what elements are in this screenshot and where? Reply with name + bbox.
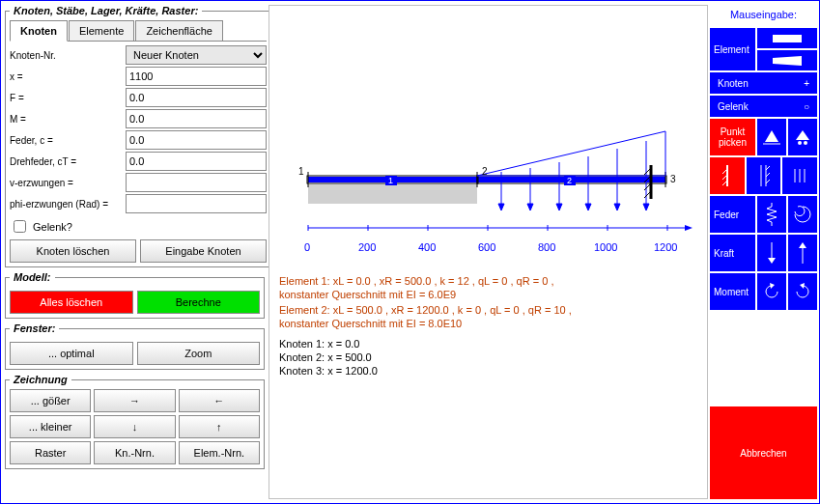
btn-raster[interactable]: Raster (10, 441, 91, 464)
svg-point-42 (798, 141, 802, 145)
svg-marker-59 (799, 242, 806, 248)
svg-marker-16 (585, 204, 591, 210)
input-phi[interactable] (126, 194, 267, 213)
palette-moment-cw[interactable] (788, 273, 817, 310)
btn-clear-all[interactable]: Alles löschen (10, 291, 133, 314)
force-down-icon (766, 242, 778, 264)
spring-icon (765, 203, 778, 226)
svg-line-51 (766, 173, 770, 177)
label-m: M = (10, 114, 126, 125)
palette-knoten[interactable]: Knoten + (710, 72, 817, 94)
palette-moment-ccw[interactable] (757, 273, 786, 310)
node-label-1: 1 (298, 166, 304, 177)
btn-zoom[interactable]: Zoom (137, 342, 261, 365)
arrow-up-icon: ↑ (216, 421, 222, 433)
panel-fenster-legend: Fenster: (10, 322, 59, 334)
tab-zeichen[interactable]: Zeichenfläche (135, 20, 223, 41)
tab-knoten[interactable]: Knoten (10, 20, 68, 42)
input-feder[interactable] (126, 130, 267, 150)
right-palette: Mauseingabe: Element Knoten + Gelenk ○ (708, 1, 819, 503)
arrow-down-icon: ↓ (132, 421, 138, 433)
palette-element-const[interactable] (757, 28, 817, 48)
btn-optimal[interactable]: ... optimal (10, 342, 133, 365)
input-verz[interactable] (126, 173, 267, 192)
svg-marker-60 (770, 283, 775, 289)
btn-smaller[interactable]: ... kleiner (10, 415, 91, 438)
btn-abbrechen[interactable]: Abbrechen (710, 406, 817, 499)
svg-rect-0 (308, 184, 477, 204)
canvas-area[interactable]: 1 2 3 1 2 0 200 400 600 800 1000 (269, 5, 708, 499)
tick-2: 400 (418, 241, 436, 253)
btn-knnrn[interactable]: Kn.-Nrn. (94, 441, 175, 464)
tick-5: 1000 (594, 241, 617, 253)
right-title: Mauseingabe: (710, 5, 817, 26)
label-x: x = (10, 71, 126, 82)
palette-force-up[interactable] (788, 235, 817, 271)
elem1-line2: konstanter Querschnitt mit EI = 6.0E9 (279, 288, 456, 302)
svg-marker-14 (556, 204, 562, 210)
select-knoten-nr[interactable]: Neuer Knoten (126, 45, 267, 65)
kn2: Knoten 2: x = 500.0 (279, 351, 372, 363)
panel-fenster: Fenster: ... optimal Zoom (5, 322, 265, 370)
svg-marker-57 (768, 258, 776, 264)
moment-ccw-icon (762, 282, 781, 301)
btn-calculate[interactable]: Berechne (137, 291, 261, 314)
palette-support-fixed[interactable] (710, 157, 745, 194)
input-m[interactable] (126, 109, 267, 128)
palette-support-guided[interactable] (782, 157, 817, 194)
palette-element-label: Element (710, 28, 755, 70)
beam-const-icon (773, 35, 802, 42)
panel-modell: Modell: Alles löschen Berechne (5, 271, 265, 319)
btn-bigger[interactable]: ... gößer (10, 389, 91, 412)
palette-moment-label: Moment (710, 273, 755, 310)
label-f: F = (10, 93, 126, 103)
svg-point-43 (804, 141, 807, 145)
svg-marker-10 (498, 204, 504, 210)
tab-elemente[interactable]: Elemente (69, 20, 134, 41)
elem2-line1: Element 2: xL = 500.0 , xR = 1200.0 , k … (279, 303, 572, 318)
btn-elnrn[interactable]: Elem.-Nrn. (179, 441, 260, 464)
input-f[interactable] (126, 88, 267, 107)
label-drehfeder: Drehfeder, cT = (10, 156, 126, 167)
btn-delete-knoten[interactable]: Knoten löschen (10, 239, 136, 263)
palette-gelenk[interactable]: Gelenk ○ (710, 96, 817, 117)
tick-3: 600 (478, 241, 495, 253)
palette-support-pin[interactable] (757, 119, 786, 155)
svg-line-52 (766, 180, 770, 183)
tick-1: 200 (358, 241, 376, 253)
checkbox-gelenk[interactable] (14, 220, 26, 233)
btn-left[interactable]: ← (179, 389, 260, 412)
pin-support-icon (763, 128, 780, 146)
fixed-support-icon (721, 165, 734, 186)
panel-zeichnung-legend: Zeichnung (10, 374, 71, 385)
btn-right[interactable]: → (94, 389, 175, 412)
btn-down[interactable]: ↓ (94, 415, 175, 438)
palette-element-taper[interactable] (757, 50, 817, 70)
palette-kraft-label: Kraft (710, 235, 755, 271)
panel-modell-legend: Modell: (10, 271, 55, 283)
label-phi: phi-erzwungen (Rad) = (10, 199, 126, 210)
svg-marker-39 (765, 130, 778, 142)
svg-marker-12 (527, 204, 533, 210)
palette-support-slide[interactable] (747, 157, 781, 194)
palette-spring-vert[interactable] (757, 196, 786, 233)
svg-marker-8 (477, 131, 665, 176)
beam-label-1: 1 (388, 176, 393, 185)
arrow-right-icon: → (129, 395, 140, 406)
svg-marker-29 (685, 225, 693, 231)
beam-taper-icon (773, 56, 802, 66)
input-x[interactable] (126, 67, 267, 86)
palette-force-down[interactable] (757, 235, 786, 271)
slide-support-icon (757, 165, 771, 186)
label-knoten-nr: Knoten-Nr. (10, 50, 126, 61)
palette-punkt-label: Punkt picken (710, 119, 755, 155)
btn-input-knoten[interactable]: Eingabe Knoten (140, 239, 267, 263)
btn-up[interactable]: ↑ (179, 415, 260, 438)
svg-marker-18 (614, 204, 620, 210)
palette-spring-rot[interactable] (788, 196, 817, 233)
palette-support-roller[interactable] (788, 119, 817, 155)
palette-feder-label: Feder (710, 196, 755, 233)
input-drehfeder[interactable] (126, 152, 267, 171)
roller-support-icon (794, 128, 811, 146)
svg-rect-37 (773, 35, 802, 42)
